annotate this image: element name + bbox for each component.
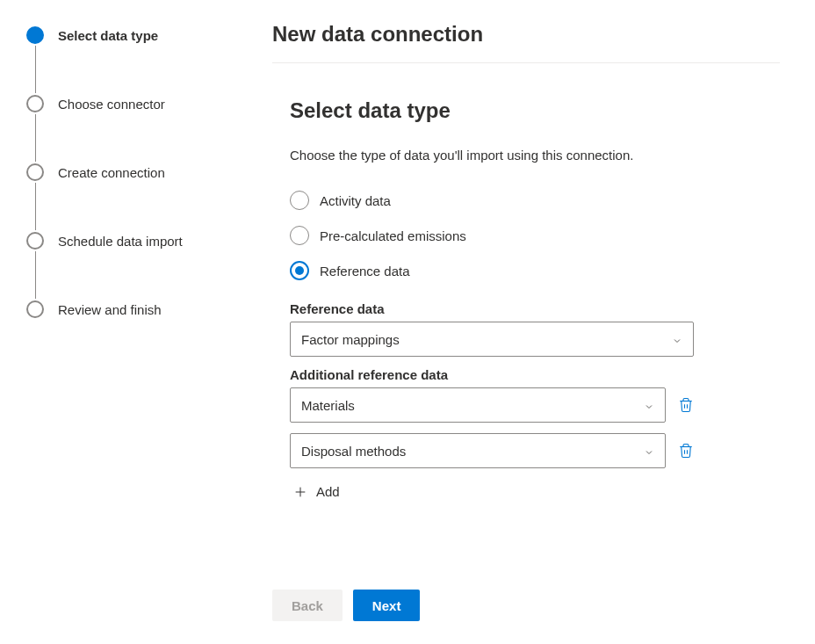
add-button-label: Add: [316, 484, 340, 499]
section-heading: Select data type: [290, 98, 694, 123]
page-title: New data connection: [272, 22, 780, 63]
wizard-footer: Back Next: [272, 567, 780, 644]
trash-icon: [678, 402, 694, 416]
data-type-radio-option[interactable]: Activity data: [290, 191, 694, 210]
radio-label: Activity data: [320, 193, 391, 208]
step-label: Create connection: [58, 165, 165, 180]
trash-icon: [678, 448, 694, 462]
step-label: Schedule data import: [58, 234, 183, 249]
wizard-sidebar: Select data type Choose connector Create…: [0, 0, 272, 644]
additional-select-value: Materials: [301, 398, 355, 413]
wizard-step[interactable]: Review and finish: [26, 300, 255, 318]
radio-label: Pre-calculated emissions: [320, 228, 466, 243]
radio-circle-icon: [290, 261, 309, 280]
radio-circle-icon: [290, 191, 309, 210]
delete-button[interactable]: [678, 396, 694, 414]
data-type-radio-group: Activity data Pre-calculated emissions R…: [290, 191, 694, 280]
step-label: Choose connector: [58, 97, 165, 112]
chevron-down-icon: [672, 334, 682, 344]
additional-select-row: Materials: [290, 387, 694, 423]
step-label: Review and finish: [58, 302, 162, 317]
radio-circle-icon: [290, 226, 309, 245]
step-circle-icon: [26, 26, 44, 44]
plus-icon: [293, 485, 307, 499]
reference-data-value: Factor mappings: [301, 332, 400, 347]
reference-data-label: Reference data: [290, 301, 694, 316]
content-area: Select data type Choose the type of data…: [272, 63, 694, 567]
wizard-step[interactable]: Choose connector: [26, 95, 255, 163]
add-button[interactable]: Add: [290, 479, 694, 504]
additional-items-container: Materials Disposal methods: [290, 387, 694, 468]
step-circle-icon: [26, 163, 44, 181]
chevron-down-icon: [644, 400, 654, 410]
next-button[interactable]: Next: [353, 590, 421, 621]
main-panel: New data connection Select data type Cho…: [272, 0, 815, 644]
additional-select[interactable]: Disposal methods: [290, 433, 666, 468]
step-circle-icon: [26, 95, 44, 112]
chevron-down-icon: [644, 445, 654, 456]
additional-select-row: Disposal methods: [290, 433, 694, 468]
additional-select-value: Disposal methods: [301, 444, 406, 459]
wizard-step[interactable]: Create connection: [26, 163, 255, 232]
additional-select[interactable]: Materials: [290, 387, 666, 423]
reference-data-select[interactable]: Factor mappings: [290, 322, 694, 357]
delete-button[interactable]: [678, 442, 694, 459]
data-type-radio-option[interactable]: Reference data: [290, 261, 694, 280]
step-label: Select data type: [58, 28, 158, 43]
additional-reference-label: Additional reference data: [290, 367, 694, 382]
wizard-step[interactable]: Schedule data import: [26, 232, 255, 300]
radio-label: Reference data: [320, 264, 410, 279]
step-circle-icon: [26, 300, 44, 318]
step-circle-icon: [26, 232, 44, 250]
back-button[interactable]: Back: [272, 590, 343, 621]
section-description: Choose the type of data you'll import us…: [290, 146, 694, 164]
data-type-radio-option[interactable]: Pre-calculated emissions: [290, 226, 694, 245]
wizard-steps-list: Select data type Choose connector Create…: [26, 26, 255, 318]
wizard-step[interactable]: Select data type: [26, 26, 255, 95]
